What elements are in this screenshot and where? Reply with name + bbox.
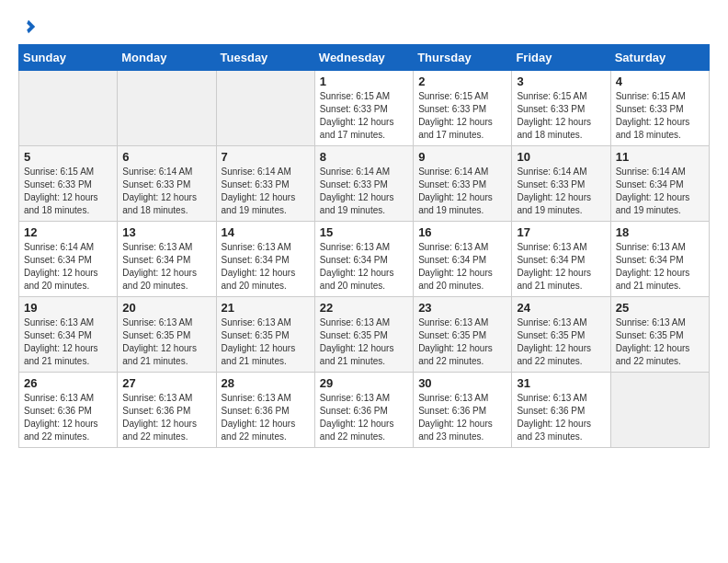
calendar-cell: 16Sunrise: 6:13 AM Sunset: 6:34 PM Dayli…: [414, 222, 512, 297]
day-number: 15: [320, 225, 408, 239]
calendar-cell: 4Sunrise: 6:15 AM Sunset: 6:33 PM Daylig…: [610, 71, 709, 146]
day-info: Sunrise: 6:13 AM Sunset: 6:36 PM Dayligh…: [122, 392, 210, 443]
week-row-3: 12Sunrise: 6:14 AM Sunset: 6:34 PM Dayli…: [19, 222, 710, 297]
calendar-cell: 10Sunrise: 6:14 AM Sunset: 6:33 PM Dayli…: [512, 146, 610, 222]
calendar-cell: 8Sunrise: 6:14 AM Sunset: 6:33 PM Daylig…: [314, 146, 413, 222]
week-row-1: 1Sunrise: 6:15 AM Sunset: 6:33 PM Daylig…: [19, 71, 710, 146]
day-info: Sunrise: 6:13 AM Sunset: 6:36 PM Dayligh…: [222, 392, 310, 443]
day-info: Sunrise: 6:13 AM Sunset: 6:36 PM Dayligh…: [418, 392, 506, 443]
calendar-cell: 27Sunrise: 6:13 AM Sunset: 6:36 PM Dayli…: [118, 373, 216, 448]
day-number: 26: [24, 376, 112, 390]
day-info: Sunrise: 6:13 AM Sunset: 6:34 PM Dayligh…: [24, 316, 112, 368]
calendar-cell: 31Sunrise: 6:13 AM Sunset: 6:36 PM Dayli…: [512, 373, 610, 448]
calendar-cell: 7Sunrise: 6:14 AM Sunset: 6:33 PM Daylig…: [216, 146, 314, 222]
calendar-cell: 24Sunrise: 6:13 AM Sunset: 6:35 PM Dayli…: [512, 297, 610, 373]
calendar-cell: 28Sunrise: 6:13 AM Sunset: 6:36 PM Dayli…: [216, 373, 314, 448]
calendar-cell: [118, 71, 216, 146]
day-number: 1: [320, 75, 408, 88]
day-number: 16: [418, 225, 506, 239]
day-info: Sunrise: 6:14 AM Sunset: 6:34 PM Dayligh…: [616, 166, 704, 217]
day-number: 2: [418, 75, 506, 88]
calendar-cell: 30Sunrise: 6:13 AM Sunset: 6:36 PM Dayli…: [414, 373, 512, 448]
day-number: 9: [418, 150, 506, 164]
day-info: Sunrise: 6:13 AM Sunset: 6:36 PM Dayligh…: [517, 392, 605, 443]
weekday-thursday: Thursday: [414, 45, 512, 71]
day-number: 21: [222, 301, 310, 315]
day-info: Sunrise: 6:14 AM Sunset: 6:33 PM Dayligh…: [122, 166, 210, 217]
day-info: Sunrise: 6:13 AM Sunset: 6:34 PM Dayligh…: [418, 241, 506, 293]
day-info: Sunrise: 6:13 AM Sunset: 6:35 PM Dayligh…: [320, 316, 408, 368]
day-info: Sunrise: 6:14 AM Sunset: 6:34 PM Dayligh…: [24, 241, 112, 293]
day-info: Sunrise: 6:15 AM Sunset: 6:33 PM Dayligh…: [517, 90, 605, 142]
calendar-cell: 21Sunrise: 6:13 AM Sunset: 6:35 PM Dayli…: [216, 297, 314, 373]
calendar-cell: 26Sunrise: 6:13 AM Sunset: 6:36 PM Dayli…: [19, 373, 118, 448]
day-number: 27: [122, 376, 210, 390]
logo: [18, 18, 37, 35]
calendar-cell: 15Sunrise: 6:13 AM Sunset: 6:34 PM Dayli…: [314, 222, 413, 297]
day-number: 24: [517, 301, 605, 315]
calendar-cell: 5Sunrise: 6:15 AM Sunset: 6:33 PM Daylig…: [19, 146, 118, 222]
week-row-5: 26Sunrise: 6:13 AM Sunset: 6:36 PM Dayli…: [19, 373, 710, 448]
weekday-saturday: Saturday: [610, 45, 709, 71]
day-info: Sunrise: 6:13 AM Sunset: 6:36 PM Dayligh…: [320, 392, 408, 443]
day-info: Sunrise: 6:13 AM Sunset: 6:35 PM Dayligh…: [122, 316, 210, 368]
day-number: 20: [122, 301, 210, 315]
day-number: 5: [24, 150, 112, 164]
day-number: 29: [320, 376, 408, 390]
day-info: Sunrise: 6:13 AM Sunset: 6:35 PM Dayligh…: [222, 316, 310, 368]
day-info: Sunrise: 6:14 AM Sunset: 6:33 PM Dayligh…: [320, 166, 408, 217]
calendar-cell: 17Sunrise: 6:13 AM Sunset: 6:34 PM Dayli…: [512, 222, 610, 297]
day-number: 12: [24, 225, 112, 239]
day-number: 23: [418, 301, 506, 315]
day-number: 22: [320, 301, 408, 315]
page-header: [18, 18, 710, 35]
calendar-cell: 6Sunrise: 6:14 AM Sunset: 6:33 PM Daylig…: [118, 146, 216, 222]
calendar-cell: 18Sunrise: 6:13 AM Sunset: 6:34 PM Dayli…: [610, 222, 709, 297]
day-info: Sunrise: 6:13 AM Sunset: 6:34 PM Dayligh…: [517, 241, 605, 293]
weekday-tuesday: Tuesday: [216, 45, 314, 71]
weekday-monday: Monday: [118, 45, 216, 71]
day-info: Sunrise: 6:13 AM Sunset: 6:36 PM Dayligh…: [24, 392, 112, 443]
weekday-header-row: SundayMondayTuesdayWednesdayThursdayFrid…: [19, 45, 710, 71]
day-number: 25: [616, 301, 704, 315]
calendar-cell: 1Sunrise: 6:15 AM Sunset: 6:33 PM Daylig…: [314, 71, 413, 146]
day-info: Sunrise: 6:13 AM Sunset: 6:34 PM Dayligh…: [122, 241, 210, 293]
calendar-cell: 29Sunrise: 6:13 AM Sunset: 6:36 PM Dayli…: [314, 373, 413, 448]
day-info: Sunrise: 6:14 AM Sunset: 6:33 PM Dayligh…: [517, 166, 605, 217]
day-info: Sunrise: 6:13 AM Sunset: 6:35 PM Dayligh…: [418, 316, 506, 368]
weekday-sunday: Sunday: [19, 45, 118, 71]
calendar-cell: 3Sunrise: 6:15 AM Sunset: 6:33 PM Daylig…: [512, 71, 610, 146]
day-number: 6: [122, 150, 210, 164]
weekday-friday: Friday: [512, 45, 610, 71]
day-info: Sunrise: 6:13 AM Sunset: 6:34 PM Dayligh…: [320, 241, 408, 293]
weekday-wednesday: Wednesday: [314, 45, 413, 71]
day-number: 30: [418, 376, 506, 390]
day-info: Sunrise: 6:14 AM Sunset: 6:33 PM Dayligh…: [418, 166, 506, 217]
calendar-cell: [216, 71, 314, 146]
day-number: 7: [222, 150, 310, 164]
calendar-cell: 25Sunrise: 6:13 AM Sunset: 6:35 PM Dayli…: [610, 297, 709, 373]
day-info: Sunrise: 6:13 AM Sunset: 6:34 PM Dayligh…: [222, 241, 310, 293]
day-number: 14: [222, 225, 310, 239]
day-info: Sunrise: 6:15 AM Sunset: 6:33 PM Dayligh…: [616, 90, 704, 142]
day-number: 8: [320, 150, 408, 164]
calendar-cell: 19Sunrise: 6:13 AM Sunset: 6:34 PM Dayli…: [19, 297, 118, 373]
calendar-cell: 12Sunrise: 6:14 AM Sunset: 6:34 PM Dayli…: [19, 222, 118, 297]
day-number: 11: [616, 150, 704, 164]
day-info: Sunrise: 6:14 AM Sunset: 6:33 PM Dayligh…: [222, 166, 310, 217]
day-info: Sunrise: 6:13 AM Sunset: 6:35 PM Dayligh…: [517, 316, 605, 368]
day-info: Sunrise: 6:15 AM Sunset: 6:33 PM Dayligh…: [418, 90, 506, 142]
day-info: Sunrise: 6:13 AM Sunset: 6:35 PM Dayligh…: [616, 316, 704, 368]
calendar-cell: 13Sunrise: 6:13 AM Sunset: 6:34 PM Dayli…: [118, 222, 216, 297]
calendar: SundayMondayTuesdayWednesdayThursdayFrid…: [18, 44, 710, 448]
logo-icon: [20, 18, 37, 35]
day-number: 13: [122, 225, 210, 239]
calendar-cell: 11Sunrise: 6:14 AM Sunset: 6:34 PM Dayli…: [610, 146, 709, 222]
day-number: 3: [517, 75, 605, 88]
calendar-cell: 20Sunrise: 6:13 AM Sunset: 6:35 PM Dayli…: [118, 297, 216, 373]
day-number: 10: [517, 150, 605, 164]
calendar-cell: 23Sunrise: 6:13 AM Sunset: 6:35 PM Dayli…: [414, 297, 512, 373]
calendar-cell: [19, 71, 118, 146]
day-number: 19: [24, 301, 112, 315]
day-number: 31: [517, 376, 605, 390]
